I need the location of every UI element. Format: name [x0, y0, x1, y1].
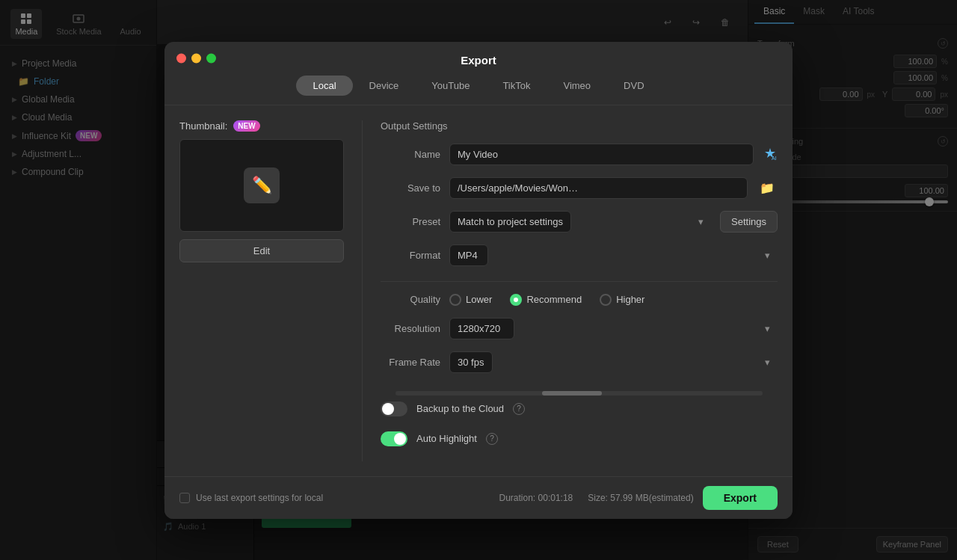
- backup-cloud-label: Backup to the Cloud: [416, 403, 504, 414]
- frame-rate-label: Frame Rate: [381, 357, 440, 368]
- traffic-light-maximize[interactable]: [206, 54, 216, 64]
- name-label: Name: [381, 149, 440, 160]
- quality-lower-label: Lower: [466, 294, 492, 305]
- thumbnail-pencil-icon: ✏️: [244, 167, 280, 203]
- frame-rate-select-wrapper: 30 fps 24 fps 60 fps: [449, 351, 778, 373]
- quality-higher-radio[interactable]: [600, 294, 612, 306]
- export-tab-youtube[interactable]: YouTube: [415, 76, 486, 96]
- quality-row: Quality Lower Recommend Higher: [381, 294, 778, 306]
- export-tab-tiktok[interactable]: TikTok: [486, 76, 547, 96]
- resolution-label: Resolution: [381, 323, 440, 334]
- quality-lower-option[interactable]: Lower: [449, 294, 492, 306]
- quality-higher-option[interactable]: Higher: [600, 294, 644, 306]
- export-tab-local[interactable]: Local: [296, 76, 352, 96]
- save-to-path: /Users/apple/Movies/Won…: [449, 177, 748, 199]
- export-tabs: Local Device YouTube TikTok Vimeo DVD: [164, 76, 793, 105]
- format-select-wrapper: MP4 MOV AVI: [449, 244, 778, 266]
- name-input[interactable]: [449, 144, 754, 165]
- thumbnail-label-row: Thumbnail: NEW: [179, 120, 344, 132]
- frame-rate-select[interactable]: 30 fps 24 fps 60 fps: [449, 351, 493, 373]
- svg-text:AI: AI: [772, 156, 777, 161]
- quality-recommend-label: Recommend: [526, 294, 582, 305]
- size-info: Size: 57.99 MB(estimated): [588, 493, 693, 503]
- quality-options: Lower Recommend Higher: [449, 294, 644, 306]
- preset-settings-button[interactable]: Settings: [720, 211, 778, 233]
- quality-label: Quality: [381, 294, 440, 305]
- thumbnail-text: Thumbnail:: [179, 120, 227, 132]
- quality-recommend-option[interactable]: Recommend: [510, 294, 582, 306]
- quality-recommend-radio[interactable]: [510, 294, 522, 306]
- frame-rate-row: Frame Rate 30 fps 24 fps 60 fps: [381, 351, 778, 373]
- preset-select[interactable]: Match to project settings Custom: [449, 211, 571, 233]
- traffic-lights: [176, 54, 216, 64]
- ai-generate-icon[interactable]: AI: [763, 147, 778, 161]
- auto-highlight-row: Auto Highlight ?: [381, 431, 778, 446]
- use-last-settings: Use last export settings for local: [179, 493, 323, 503]
- modal-overlay: Export Local Device YouTube TikTok Vimeo…: [0, 0, 957, 560]
- output-settings-title: Output Settings: [381, 120, 778, 132]
- format-row: Format MP4 MOV AVI: [381, 244, 778, 266]
- export-tab-vimeo[interactable]: Vimeo: [547, 76, 607, 96]
- traffic-light-minimize[interactable]: [191, 54, 201, 64]
- thumbnail-section: Thumbnail: NEW ✏️ Edit: [179, 120, 344, 461]
- name-row: Name AI: [381, 144, 778, 165]
- duration-value: 00:01:18: [538, 493, 573, 503]
- thumbnail-new-badge: NEW: [233, 120, 259, 132]
- preset-select-wrapper: Match to project settings Custom: [449, 211, 711, 233]
- save-to-label: Save to: [381, 182, 440, 194]
- traffic-light-close[interactable]: [176, 54, 186, 64]
- export-modal: Export Local Device YouTube TikTok Vimeo…: [164, 42, 793, 519]
- settings-divider: [362, 120, 363, 461]
- save-to-row: Save to /Users/apple/Movies/Won… 📁: [381, 177, 778, 199]
- backup-cloud-help-icon[interactable]: ?: [513, 403, 525, 415]
- modal-body: Thumbnail: NEW ✏️ Edit Output Settings N…: [164, 105, 793, 476]
- backup-cloud-thumb: [382, 403, 394, 415]
- auto-highlight-label: Auto Highlight: [416, 433, 477, 444]
- auto-highlight-toggle[interactable]: [381, 431, 407, 446]
- format-select[interactable]: MP4 MOV AVI: [449, 244, 488, 266]
- use-last-checkbox[interactable]: [179, 493, 190, 503]
- quality-higher-label: Higher: [616, 294, 644, 305]
- quality-lower-radio[interactable]: [449, 294, 461, 306]
- section-divider: [381, 281, 778, 282]
- scroll-indicator: [396, 391, 763, 396]
- use-last-label: Use last export settings for local: [196, 493, 323, 503]
- output-settings: Output Settings Name AI Save to /Us: [381, 120, 778, 461]
- duration-info: Duration: 00:01:18: [499, 493, 573, 503]
- resolution-row: Resolution 1280x720 1920x1080 3840x2160: [381, 318, 778, 339]
- export-tab-dvd[interactable]: DVD: [607, 76, 660, 96]
- resolution-select-wrapper: 1280x720 1920x1080 3840x2160: [449, 318, 778, 339]
- export-tab-device[interactable]: Device: [353, 76, 416, 96]
- resolution-select[interactable]: 1280x720 1920x1080 3840x2160: [449, 318, 514, 339]
- size-value: 57.99 MB(estimated): [610, 493, 693, 503]
- preset-row: Preset Match to project settings Custom …: [381, 211, 778, 233]
- duration-label: Duration:: [499, 493, 535, 503]
- modal-header: Export: [164, 42, 793, 76]
- modal-footer: Use last export settings for local Durat…: [164, 476, 793, 519]
- thumbnail-preview: ✏️: [179, 139, 344, 232]
- thumbnail-edit-button[interactable]: Edit: [179, 239, 344, 262]
- auto-highlight-thumb: [394, 433, 406, 445]
- modal-title: Export: [461, 54, 496, 67]
- backup-cloud-toggle[interactable]: [381, 401, 407, 416]
- size-label: Size:: [588, 493, 610, 503]
- format-label: Format: [381, 250, 440, 261]
- backup-cloud-row: Backup to the Cloud ?: [381, 401, 778, 416]
- browse-folder-button[interactable]: 📁: [757, 178, 778, 198]
- export-button[interactable]: Export: [703, 486, 778, 510]
- preset-label: Preset: [381, 216, 440, 227]
- scroll-thumb: [542, 391, 602, 396]
- auto-highlight-help-icon[interactable]: ?: [486, 433, 498, 445]
- footer-info: Duration: 00:01:18 Size: 57.99 MB(estima…: [499, 493, 693, 503]
